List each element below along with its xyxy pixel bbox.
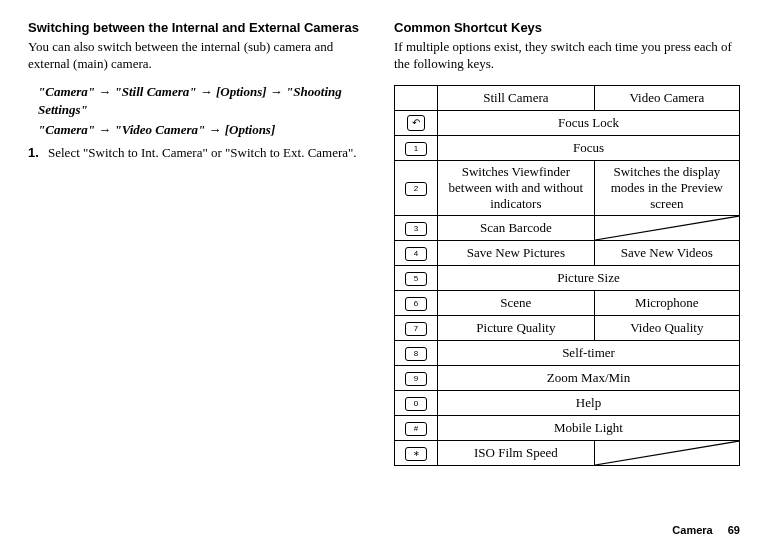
key-icon: 2 <box>395 160 438 216</box>
shortcut-desc: Self-timer <box>438 341 740 366</box>
shortcut-desc: Focus <box>438 135 740 160</box>
table-header-video: Video Camera <box>594 85 739 110</box>
left-intro: You can also switch between the internal… <box>28 39 374 73</box>
svg-line-1 <box>595 441 739 465</box>
table-row: 9Zoom Max/Min <box>395 366 740 391</box>
left-column: Switching between the Internal and Exter… <box>28 20 374 466</box>
not-applicable-cell <box>594 441 739 466</box>
table-row: 5Picture Size <box>395 266 740 291</box>
key-icon: 6 <box>395 291 438 316</box>
nav-path-2: "Camera" → "Video Camera" → [Options] <box>38 121 374 139</box>
table-row: 6SceneMicrophone <box>395 291 740 316</box>
table-row: 4Save New PicturesSave New Videos <box>395 241 740 266</box>
table-row: 0Help <box>395 391 740 416</box>
table-row: 3Scan Barcode <box>395 216 740 241</box>
table-row: ↶Focus Lock <box>395 110 740 135</box>
shortcut-video: Video Quality <box>594 316 739 341</box>
shortcut-desc: Zoom Max/Min <box>438 366 740 391</box>
shortcut-table: Still CameraVideo Camera↶Focus Lock1Focu… <box>394 85 740 467</box>
key-icon: 0 <box>395 391 438 416</box>
shortcut-video: Microphone <box>594 291 739 316</box>
shortcut-still: Save New Pictures <box>438 241 595 266</box>
table-row: 1Focus <box>395 135 740 160</box>
key-icon: 7 <box>395 316 438 341</box>
svg-line-0 <box>595 216 739 240</box>
footer-section: Camera <box>672 524 712 536</box>
table-row: 8Self-timer <box>395 341 740 366</box>
page-footer: Camera 69 <box>672 524 740 536</box>
shortcut-desc: Mobile Light <box>438 416 740 441</box>
shortcut-still: Picture Quality <box>438 316 595 341</box>
nav-path-1: "Camera" → "Still Camera" → [Options] → … <box>38 83 374 119</box>
right-column: Common Shortcut Keys If multiple options… <box>394 20 740 466</box>
table-row: 7Picture QualityVideo Quality <box>395 316 740 341</box>
shortcut-still: Switches Viewfinder between with and wit… <box>438 160 595 216</box>
key-icon: ∗ <box>395 441 438 466</box>
left-heading: Switching between the Internal and Exter… <box>28 20 374 37</box>
key-icon: ↶ <box>395 110 438 135</box>
table-row: ∗ISO Film Speed <box>395 441 740 466</box>
shortcut-desc: Focus Lock <box>438 110 740 135</box>
key-icon: 4 <box>395 241 438 266</box>
right-intro: If multiple options exist, they switch e… <box>394 39 740 73</box>
step-text: Select "Switch to Int. Camera" or "Switc… <box>48 145 374 161</box>
shortcut-video: Save New Videos <box>594 241 739 266</box>
table-row: #Mobile Light <box>395 416 740 441</box>
right-heading: Common Shortcut Keys <box>394 20 740 37</box>
table-row: 2Switches Viewfinder between with and wi… <box>395 160 740 216</box>
not-applicable-cell <box>594 216 739 241</box>
key-icon: 8 <box>395 341 438 366</box>
shortcut-still: Scene <box>438 291 595 316</box>
step-1: 1. Select "Switch to Int. Camera" or "Sw… <box>28 145 374 161</box>
key-icon: 5 <box>395 266 438 291</box>
shortcut-still: Scan Barcode <box>438 216 595 241</box>
shortcut-desc: Help <box>438 391 740 416</box>
step-number: 1. <box>28 145 48 161</box>
table-header-still: Still Camera <box>438 85 595 110</box>
shortcut-desc: Picture Size <box>438 266 740 291</box>
table-header-key <box>395 85 438 110</box>
key-icon: 3 <box>395 216 438 241</box>
footer-page: 69 <box>728 524 740 536</box>
shortcut-video: Switches the display modes in the Previe… <box>594 160 739 216</box>
shortcut-still: ISO Film Speed <box>438 441 595 466</box>
key-icon: 1 <box>395 135 438 160</box>
key-icon: # <box>395 416 438 441</box>
key-icon: 9 <box>395 366 438 391</box>
